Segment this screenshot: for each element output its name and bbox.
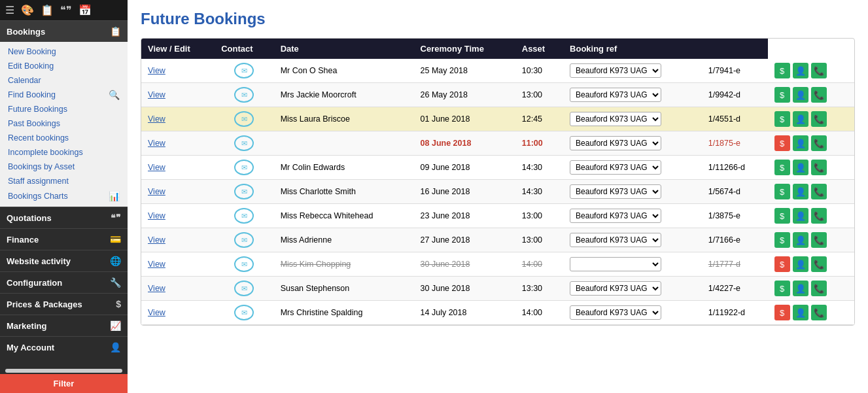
bookings-section-header[interactable]: Bookings 📋 (0, 21, 128, 42)
email-icon[interactable]: ✉ (234, 160, 254, 175)
phone-icon-btn[interactable]: 📞 (811, 160, 827, 175)
asset-select[interactable] (570, 257, 661, 271)
asset-select[interactable]: Beauford K973 UAG (570, 88, 661, 102)
email-icon[interactable]: ✉ (234, 256, 254, 272)
view-link[interactable]: View (148, 114, 165, 124)
prices-packages-section[interactable]: Prices & Packages $ (0, 293, 128, 315)
payment-icon-btn[interactable]: $ (774, 111, 790, 127)
my-account-section[interactable]: My Account 👤 (0, 336, 128, 358)
sidebar-item-bookings-charts[interactable]: Bookings Charts 📊 (0, 188, 128, 204)
marketing-section[interactable]: Marketing 📈 (0, 315, 128, 336)
sidebar-item-recent-bookings[interactable]: Recent bookings (0, 131, 128, 145)
finance-section[interactable]: Finance 💳 (0, 228, 128, 250)
action-icons-cell: $👤📞 (768, 180, 854, 204)
email-icon[interactable]: ✉ (234, 208, 254, 224)
view-link[interactable]: View (148, 211, 165, 220)
view-link[interactable]: View (148, 90, 165, 99)
sidebar-item-new-booking[interactable]: New Booking (0, 44, 128, 59)
person-icon-btn[interactable]: 👤 (793, 184, 808, 199)
action-icons-cell: $👤📞 (768, 59, 854, 83)
phone-icon-btn[interactable]: 📞 (811, 111, 827, 127)
asset-select[interactable]: Beauford K973 UAG (570, 209, 661, 223)
configuration-icon: 🔧 (110, 277, 121, 288)
email-icon[interactable]: ✉ (234, 281, 254, 296)
person-icon-btn[interactable]: 👤 (793, 63, 808, 78)
email-icon[interactable]: ✉ (234, 232, 254, 248)
person-icon-btn[interactable]: 👤 (793, 256, 808, 272)
asset-select[interactable]: Beauford K973 UAG (570, 136, 661, 150)
sidebar-item-incomplete-bookings[interactable]: Incomplete bookings (0, 145, 128, 160)
asset-select[interactable]: Beauford K973 UAG (570, 63, 661, 78)
asset-select[interactable]: Beauford K973 UAG (570, 112, 661, 126)
asset-select[interactable]: Beauford K973 UAG (570, 233, 661, 247)
payment-icon-btn[interactable]: $ (774, 87, 790, 103)
phone-icon-btn[interactable]: 📞 (811, 87, 827, 103)
asset-select[interactable]: Beauford K973 UAG (570, 184, 661, 199)
view-link[interactable]: View (148, 235, 165, 245)
phone-icon-btn[interactable]: 📞 (811, 184, 827, 199)
email-icon[interactable]: ✉ (234, 184, 254, 199)
view-link[interactable]: View (148, 139, 165, 148)
email-icon[interactable]: ✉ (234, 135, 254, 151)
person-icon-btn[interactable]: 👤 (793, 232, 808, 248)
phone-icon-btn[interactable]: 📞 (811, 208, 827, 224)
contact-name: Miss Charlotte Smith (274, 180, 414, 204)
person-icon-btn[interactable]: 👤 (793, 208, 808, 224)
phone-icon-btn[interactable]: 📞 (811, 256, 827, 272)
payment-icon-btn[interactable]: $ (774, 281, 790, 296)
sidebar-item-edit-booking[interactable]: Edit Booking (0, 59, 128, 73)
website-activity-section[interactable]: Website activity 🌐 (0, 250, 128, 271)
sidebar-item-past-bookings[interactable]: Past Bookings (0, 116, 128, 131)
email-icon[interactable]: ✉ (234, 87, 254, 103)
payment-icon-btn[interactable]: $ (774, 208, 790, 224)
configuration-section[interactable]: Configuration 🔧 (0, 271, 128, 293)
sidebar-item-bookings-by-asset[interactable]: Bookings by Asset (0, 160, 128, 174)
quote-icon[interactable]: ❝❞ (60, 4, 72, 16)
phone-icon-btn[interactable]: 📞 (811, 63, 827, 78)
payment-icon-btn[interactable]: $ (774, 232, 790, 248)
payment-icon-btn[interactable]: $ (774, 135, 790, 151)
email-icon[interactable]: ✉ (234, 111, 254, 127)
asset-select[interactable]: Beauford K973 UAG (570, 160, 661, 175)
view-link[interactable]: View (148, 308, 165, 317)
asset-select[interactable]: Beauford K973 UAG (570, 281, 661, 296)
email-icon[interactable]: ✉ (234, 63, 254, 78)
sidebar-item-staff-assignment[interactable]: Staff assignment (0, 174, 128, 188)
payment-icon-btn[interactable]: $ (774, 256, 790, 272)
email-icon[interactable]: ✉ (234, 305, 254, 320)
phone-icon-btn[interactable]: 📞 (811, 135, 827, 151)
payment-icon-btn[interactable]: $ (774, 63, 790, 78)
sidebar-item-future-bookings[interactable]: Future Bookings (0, 102, 128, 116)
clipboard-icon[interactable]: 📋 (41, 4, 54, 16)
view-link[interactable]: View (148, 163, 165, 172)
view-link[interactable]: View (148, 187, 165, 196)
menu-icon[interactable]: ☰ (5, 4, 14, 16)
asset-select[interactable]: Beauford K973 UAG (570, 305, 661, 320)
phone-icon-btn[interactable]: 📞 (811, 232, 827, 248)
person-icon-btn[interactable]: 👤 (793, 111, 808, 127)
asset-cell: Beauford K973 UAG (563, 277, 702, 301)
view-link[interactable]: View (148, 66, 165, 75)
sidebar-item-calendar[interactable]: Calendar (0, 73, 128, 88)
person-icon-btn[interactable]: 👤 (793, 160, 808, 175)
sidebar-item-find-booking[interactable]: Find Booking (8, 88, 56, 102)
view-link[interactable]: View (148, 260, 165, 269)
palette-icon[interactable]: 🎨 (21, 4, 34, 16)
date-cell: 14 July 2018 (414, 301, 515, 325)
view-link[interactable]: View (148, 284, 165, 293)
filter-button[interactable]: Filter (0, 374, 128, 393)
person-icon-btn[interactable]: 👤 (793, 135, 808, 151)
calendar-icon[interactable]: 📅 (78, 4, 92, 16)
payment-icon-btn[interactable]: $ (774, 160, 790, 175)
payment-icon-btn[interactable]: $ (774, 305, 790, 320)
phone-icon-btn[interactable]: 📞 (811, 305, 827, 320)
payment-icon-btn[interactable]: $ (774, 184, 790, 199)
person-icon-btn[interactable]: 👤 (793, 305, 808, 320)
contact-name: Miss Laura Briscoe (274, 107, 414, 131)
my-account-icon: 👤 (110, 342, 121, 352)
phone-icon-btn[interactable]: 📞 (811, 281, 827, 296)
quotations-section[interactable]: Quotations ❝❞ (0, 207, 128, 228)
person-icon-btn[interactable]: 👤 (793, 87, 808, 103)
search-icon[interactable]: 🔍 (109, 90, 120, 100)
person-icon-btn[interactable]: 👤 (793, 281, 808, 296)
